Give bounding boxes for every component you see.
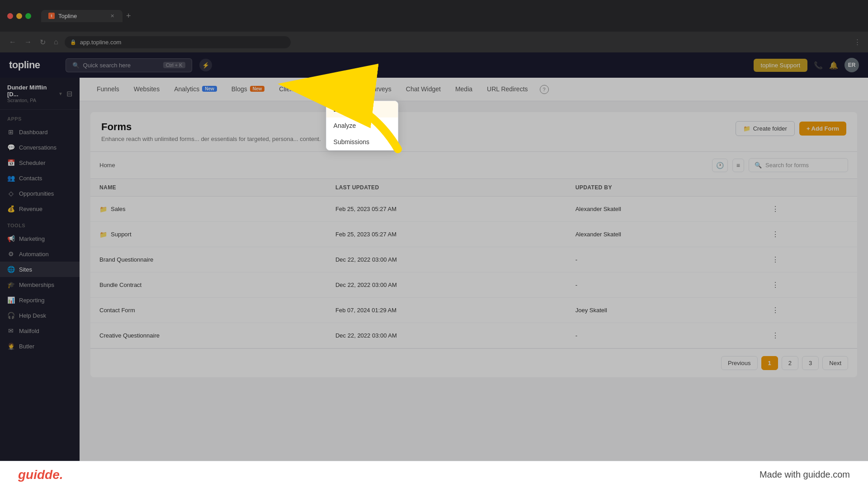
previous-page-button[interactable]: Previous — [721, 356, 758, 370]
col-name: Name — [90, 179, 326, 197]
chevron-down-icon: ▾ — [352, 86, 354, 91]
sidebar-item-marketing[interactable]: 📢 Marketing — [0, 231, 80, 246]
sidebar-item-contacts[interactable]: 👥 Contacts — [0, 170, 80, 186]
row-actions-button[interactable]: ⋮ — [768, 329, 783, 342]
table-row[interactable]: 📁 Sales Feb 25, 2023 05:27 AM Alexander … — [90, 197, 857, 222]
row-updated-by: Alexander Skatell — [566, 197, 759, 222]
chevron-down-icon: ▾ — [316, 86, 318, 91]
mail-icon: ✉ — [7, 327, 14, 334]
url-bar[interactable]: 🔒 app.topline.com — [65, 36, 291, 48]
minimize-traffic-light[interactable] — [16, 13, 22, 19]
sidebar-item-mailfold[interactable]: ✉ Mailfold — [0, 323, 80, 338]
forms-dropdown-submissions[interactable]: Submissions — [326, 134, 398, 150]
sidebar-item-memberships[interactable]: 🎓 Memberships — [0, 277, 80, 292]
forms-dropdown-builder[interactable]: Builder — [326, 101, 398, 117]
row-name: Contact Form — [99, 307, 135, 314]
nav-forward-button[interactable]: → — [23, 36, 33, 48]
memberships-icon: 🎓 — [7, 281, 14, 288]
page-2-button[interactable]: 2 — [782, 356, 798, 370]
forms-table: Name Last Updated Updated By 📁 Sales Feb… — [90, 179, 857, 348]
company-selector[interactable]: Dunder Mifflin [D... Scranton, PA ▼ ⊟ — [0, 78, 80, 110]
col-updated-by: Updated By — [566, 179, 759, 197]
nav-reload-button[interactable]: ↻ — [38, 36, 47, 48]
table-row[interactable]: Creative Questionnaire Dec 22, 2022 03:0… — [90, 323, 857, 348]
header-search[interactable]: 🔍 Quick search here Ctrl + K — [66, 58, 192, 72]
butler-icon: 🤵 — [7, 343, 14, 350]
opportunities-icon: ◇ — [7, 190, 14, 197]
maximize-traffic-light[interactable] — [25, 13, 31, 19]
tab-surveys[interactable]: Surveys — [362, 79, 398, 100]
support-button[interactable]: topline Support — [754, 59, 807, 72]
tab-blogs[interactable]: Blogs New — [225, 79, 271, 100]
tab-websites[interactable]: Websites — [127, 79, 166, 100]
row-actions-button[interactable]: ⋮ — [768, 304, 783, 316]
row-actions-button[interactable]: ⋮ — [768, 253, 783, 266]
row-actions-button[interactable]: ⋮ — [768, 203, 783, 215]
tab-chat-widget[interactable]: Chat Widget — [400, 79, 447, 100]
folder-icon: 📁 — [99, 231, 107, 238]
extensions-button[interactable]: ⋮ — [854, 38, 861, 46]
create-folder-button[interactable]: 📁 Create folder — [736, 121, 795, 136]
sidebar-toggle-button[interactable]: ⊟ — [66, 89, 72, 98]
nav-back-button[interactable]: ← — [7, 36, 18, 48]
tab-analytics[interactable]: Analytics New — [168, 79, 223, 100]
tab-client-portal[interactable]: Client Portal ▾ — [273, 79, 324, 100]
list-view-button[interactable]: ≡ — [732, 159, 744, 172]
add-form-button[interactable]: + Add Form — [799, 122, 846, 136]
next-page-button[interactable]: Next — [822, 356, 848, 370]
sidebar: Dunder Mifflin [D... Scranton, PA ▼ ⊟ Ap… — [0, 78, 80, 488]
new-tab-button[interactable]: + — [123, 9, 135, 23]
clock-view-button[interactable]: 🕐 — [712, 159, 728, 172]
tab-media[interactable]: Media — [449, 79, 479, 100]
page-actions: 📁 Create folder + Add Form — [736, 121, 846, 136]
row-name: Sales — [111, 206, 126, 212]
table-row[interactable]: Bundle Contract Dec 22, 2022 03:00 AM - … — [90, 272, 857, 298]
sidebar-item-revenue[interactable]: 💰 Revenue — [0, 201, 80, 216]
forms-dropdown-analyze[interactable]: Analyze — [326, 117, 398, 134]
sidebar-item-automation[interactable]: ⚙ Automation — [0, 246, 80, 262]
nav-home-button[interactable]: ⌂ — [52, 36, 60, 48]
page-1-button[interactable]: 1 — [761, 356, 778, 370]
sidebar-item-butler[interactable]: 🤵 Butler — [0, 338, 80, 354]
sidebar-item-dashboard[interactable]: ⊞ Dashboard — [0, 124, 80, 140]
active-tab[interactable]: t Topline ✕ — [41, 10, 123, 22]
row-actions-button[interactable]: ⋮ — [768, 279, 783, 291]
sidebar-item-opportunities[interactable]: ◇ Opportunities — [0, 186, 80, 201]
tab-url-redirects[interactable]: URL Redirects — [481, 79, 534, 100]
page-3-button[interactable]: 3 — [802, 356, 819, 370]
sidebar-item-label: Mailfold — [19, 328, 39, 334]
sites-icon: 🌐 — [7, 266, 14, 273]
sidebar-item-conversations[interactable]: 💬 Conversations — [0, 140, 80, 155]
tab-funnels[interactable]: Funnels — [90, 79, 126, 100]
sidebar-item-reporting[interactable]: 📊 Reporting — [0, 292, 80, 308]
sidebar-item-sites[interactable]: 🌐 Sites — [0, 262, 80, 277]
search-bar[interactable]: 🔍 Search for forms — [749, 158, 848, 172]
chevron-down-icon: ▼ — [58, 91, 63, 96]
table-row[interactable]: Brand Questionnaire Dec 22, 2022 03:00 A… — [90, 247, 857, 272]
sidebar-item-label: Dashboard — [19, 129, 48, 136]
tab-title: Topline — [58, 13, 77, 19]
revenue-icon: 💰 — [7, 205, 14, 212]
search-icon: 🔍 — [755, 162, 762, 169]
sidebar-item-scheduler[interactable]: 📅 Scheduler — [0, 155, 80, 170]
close-traffic-light[interactable] — [7, 13, 13, 19]
lightning-icon[interactable]: ⚡ — [199, 59, 212, 71]
helpdesk-icon: 🎧 — [7, 312, 14, 319]
phone-button[interactable]: 📞 — [814, 61, 823, 70]
row-last-updated: Feb 07, 2024 01:29 AM — [326, 298, 566, 323]
table-row[interactable]: 📁 Support Feb 25, 2023 05:27 AM Alexande… — [90, 222, 857, 247]
row-actions-button[interactable]: ⋮ — [768, 228, 783, 240]
sidebar-item-helpdesk[interactable]: 🎧 Help Desk — [0, 308, 80, 323]
sidebar-item-label: Contacts — [19, 175, 42, 182]
table-row[interactable]: Contact Form Feb 07, 2024 01:29 AM Joey … — [90, 298, 857, 323]
tab-forms[interactable]: Forms ▾ Builder Analyze Submissions — [326, 79, 361, 100]
avatar[interactable]: ER — [844, 58, 859, 72]
row-last-updated: Dec 22, 2022 03:00 AM — [326, 247, 566, 272]
tab-close-button[interactable]: ✕ — [109, 13, 115, 19]
notification-button[interactable]: 🔔 — [829, 61, 838, 70]
contacts-icon: 👥 — [7, 174, 14, 182]
sidebar-item-label: Reporting — [19, 297, 44, 304]
tab-bar: t Topline ✕ + — [41, 9, 135, 23]
app-logo: topline — [9, 59, 40, 71]
help-icon[interactable]: ? — [540, 85, 549, 94]
